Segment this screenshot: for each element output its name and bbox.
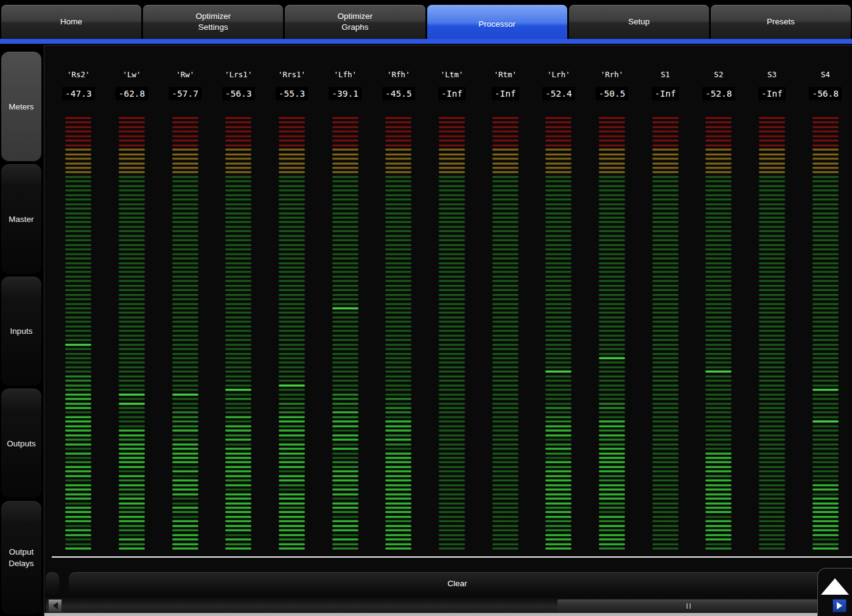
sidebar-item-master[interactable]: Master (1, 164, 41, 274)
meter-segment (599, 488, 625, 492)
meter-segment (385, 157, 411, 161)
meter-segment (225, 352, 251, 356)
sidebar-item-output-delays[interactable]: OutputDelays (1, 501, 41, 614)
meter-segment (119, 179, 145, 184)
meter-segment (119, 184, 145, 189)
meter-segment (812, 483, 839, 488)
meter-segment (812, 493, 839, 497)
meter-segment (332, 216, 358, 220)
meter-segment (599, 479, 625, 483)
meter-segment (279, 279, 305, 283)
meter-segment (172, 502, 198, 506)
meter-segment (492, 443, 519, 447)
meter-segment (599, 465, 625, 469)
meter-segment (545, 170, 571, 175)
meter-segment (279, 166, 305, 170)
meter-segment (172, 379, 198, 383)
meter-segment (545, 257, 571, 261)
meter-segment (652, 497, 679, 501)
meter-segment (759, 157, 785, 161)
tab-optimizer-settings[interactable]: OptimizerSettings (143, 5, 283, 39)
meter-segment (439, 438, 465, 442)
meter-segment (385, 293, 411, 297)
meter-segment (545, 293, 571, 297)
meter-segment (812, 261, 839, 266)
meter-segment (172, 447, 198, 451)
meter-segment (332, 297, 358, 302)
horizontal-scrollbar[interactable] (46, 598, 852, 614)
meter-segment (759, 370, 785, 374)
meter-segment (279, 234, 305, 238)
clear-button[interactable]: Clear (69, 572, 846, 594)
meter-segment (705, 297, 732, 302)
meter-segment (385, 116, 411, 120)
meter-segment (65, 415, 91, 420)
meter-segment (492, 125, 519, 130)
meter-segment (332, 153, 358, 157)
scrollbar-right-button[interactable] (833, 599, 847, 612)
tab-setup[interactable]: Setup (569, 5, 709, 39)
meter-segment (439, 393, 465, 397)
meter-segment (652, 202, 679, 207)
meter-segment (652, 116, 679, 120)
meter-segment (599, 306, 625, 311)
meter-segment (225, 320, 251, 324)
scrollbar-thumb[interactable] (557, 600, 819, 612)
meter-segment (439, 460, 465, 465)
meter-segment (492, 148, 519, 152)
meter-segment (812, 225, 839, 229)
meter-segment (172, 365, 198, 370)
meter-segment (599, 510, 625, 514)
meter-segment (65, 465, 91, 469)
meter-segment (545, 179, 571, 184)
meter-segment (385, 202, 411, 207)
meter-segment (759, 238, 785, 243)
meter-segment (705, 170, 732, 175)
meter-segment (225, 293, 251, 297)
meter-segment (812, 279, 839, 283)
meter-segment (385, 193, 411, 198)
meter-segment (172, 220, 198, 224)
meters-panel: 'Rs2'-47.3'Lw'-62.8'Rw'-57.7'Lrs1'-56.3'… (44, 45, 852, 616)
meter-segment (599, 261, 625, 266)
meter-segment (439, 510, 465, 514)
sidebar-item-outputs[interactable]: Outputs (1, 389, 41, 498)
meter-segment (759, 429, 785, 433)
meter-segment (225, 429, 251, 433)
meter-segment (65, 243, 91, 247)
sidebar-item-meters[interactable]: Meters (1, 52, 41, 161)
meter-segment (759, 384, 785, 388)
meter-segment (332, 266, 358, 270)
level-meter (279, 116, 305, 552)
tab-home[interactable]: Home (1, 5, 141, 39)
meter-segment (705, 420, 732, 424)
scrollbar-left-button[interactable] (48, 599, 62, 612)
meter-segment (225, 148, 251, 152)
meter-segment (385, 189, 411, 193)
channel-level-value: -47.3 (62, 87, 95, 100)
meter-segment (812, 528, 839, 533)
meter-segment (332, 524, 358, 528)
meter-segment (172, 506, 198, 510)
meter-segment (759, 297, 785, 302)
meter-segment (332, 506, 358, 510)
meter-segment (172, 325, 198, 329)
meter-segment (225, 257, 251, 261)
meter-segment (705, 375, 732, 379)
meter-segment (385, 483, 411, 488)
meter-segment (332, 306, 358, 311)
tab-optimizer-graphs[interactable]: OptimizerGraphs (285, 5, 425, 39)
meter-segment (545, 343, 571, 347)
meter-segment (225, 153, 251, 157)
meter-segment (652, 429, 679, 433)
meter-segment (545, 447, 571, 451)
meter-segment (279, 198, 305, 202)
sidebar-item-inputs[interactable]: Inputs (1, 277, 41, 386)
meter-segment (225, 465, 251, 469)
tab-presets[interactable]: Presets (711, 5, 851, 39)
meter-segment (119, 125, 145, 130)
meter-segment (705, 130, 732, 134)
meter-segment (705, 447, 732, 451)
tab-processor[interactable]: Processor (427, 5, 567, 44)
meter-segment (172, 266, 198, 270)
